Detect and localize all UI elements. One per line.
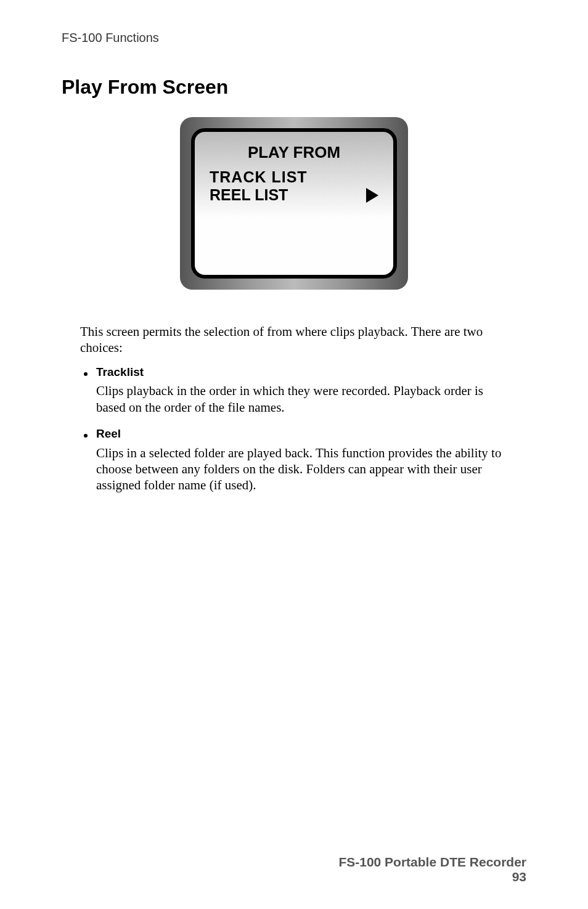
intro-paragraph: This screen permits the selection of fro… [80, 324, 514, 356]
bullet-tracklist: Tracklist Clips playback in the order in… [80, 365, 514, 415]
bullet-label: Tracklist [96, 365, 144, 380]
bullet-description: Clips in a selected folder are played ba… [96, 445, 514, 494]
bullet-description: Clips playback in the order in which the… [96, 383, 514, 415]
device-screen: PLAY FROM TRACK LIST REEL LIST [191, 128, 397, 279]
device-body: PLAY FROM TRACK LIST REEL LIST [180, 117, 408, 290]
screen-title: PLAY FROM [210, 143, 378, 162]
bullet-row: Reel [80, 426, 514, 441]
screen-option-reellist-row: REEL LIST [210, 186, 378, 204]
bullet-dot-icon [84, 372, 88, 376]
section-header: FS-100 Functions [62, 31, 526, 45]
device-illustration: PLAY FROM TRACK LIST REEL LIST [62, 117, 526, 290]
footer-title: FS-100 Portable DTE Recorder [338, 855, 526, 870]
footer-page-number: 93 [338, 870, 526, 884]
page-heading: Play From Screen [62, 76, 526, 99]
bullet-row: Tracklist [80, 365, 514, 380]
screen-option-reellist: REEL LIST [210, 186, 288, 204]
screen-option-tracklist: TRACK LIST [210, 168, 378, 186]
play-icon [366, 188, 378, 203]
bullet-dot-icon [84, 434, 88, 438]
page-footer: FS-100 Portable DTE Recorder 93 [338, 855, 526, 884]
bullet-reel: Reel Clips in a selected folder are play… [80, 426, 514, 494]
bullet-label: Reel [96, 426, 121, 441]
